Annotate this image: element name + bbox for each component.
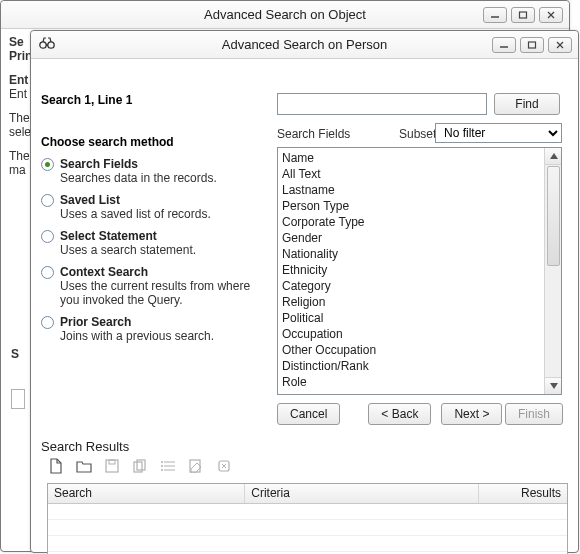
search-input[interactable] <box>277 93 487 115</box>
titlebar-back[interactable]: Advanced Search on Object <box>1 1 569 29</box>
list-item[interactable]: Occupation <box>282 326 543 342</box>
list-item[interactable]: Category <box>282 278 543 294</box>
maximize-button-back[interactable] <box>511 7 535 23</box>
method-desc: Joins with a previous search. <box>60 329 214 343</box>
delete-icon <box>215 457 233 475</box>
search-fields-listbox[interactable]: NameAll TextLastnamePerson TypeCorporate… <box>277 147 562 395</box>
svg-point-22 <box>161 469 163 471</box>
list-item[interactable]: Role <box>282 374 543 390</box>
binoculars-icon <box>39 36 55 53</box>
method-search-fields[interactable]: Search FieldsSearches data in the record… <box>41 157 266 185</box>
maximize-button[interactable] <box>520 37 544 53</box>
grid-row[interactable] <box>48 520 567 536</box>
method-label: Select Statement <box>60 229 196 243</box>
method-label: Prior Search <box>60 315 214 329</box>
list-item[interactable]: Gender <box>282 230 543 246</box>
grid-header: Search Criteria Results <box>48 484 567 504</box>
method-desc: Uses a saved list of records. <box>60 207 211 221</box>
col-criteria[interactable]: Criteria <box>245 484 479 503</box>
svg-rect-8 <box>529 42 536 48</box>
subset-label: Subset <box>399 127 436 141</box>
method-select-statement[interactable]: Select StatementUses a search statement. <box>41 229 266 257</box>
list-item[interactable]: Other Occupation <box>282 342 543 358</box>
list-item[interactable]: Nationality <box>282 246 543 262</box>
minimize-button[interactable] <box>492 37 516 53</box>
list-item[interactable]: Ethnicity <box>282 262 543 278</box>
method-desc: Searches data in the records. <box>60 171 217 185</box>
method-context-search[interactable]: Context SearchUses the current results f… <box>41 265 266 307</box>
list-item[interactable]: All Text <box>282 166 543 182</box>
next-button[interactable]: Next > <box>441 403 502 425</box>
edit-icon <box>187 457 205 475</box>
svg-point-21 <box>161 465 163 467</box>
scrollbar[interactable] <box>544 148 561 394</box>
back-left-s: S <box>11 347 19 361</box>
radio-icon[interactable] <box>41 194 54 207</box>
svg-rect-13 <box>106 460 118 472</box>
close-button-back[interactable] <box>539 7 563 23</box>
titlebar-front[interactable]: Advanced Search on Person <box>31 31 578 59</box>
list-item[interactable]: Political <box>282 310 543 326</box>
finish-button[interactable]: Finish <box>505 403 563 425</box>
list-item[interactable]: Person Type <box>282 198 543 214</box>
copy-icon <box>131 457 149 475</box>
search-heading: Search 1, Line 1 <box>41 93 132 107</box>
grid-row[interactable] <box>48 536 567 552</box>
methods-title: Choose search method <box>41 135 266 149</box>
close-button[interactable] <box>548 37 572 53</box>
search-method-group: Choose search method Search FieldsSearch… <box>41 135 266 351</box>
cancel-button[interactable]: Cancel <box>277 403 340 425</box>
open-folder-icon[interactable] <box>75 457 93 475</box>
list-item[interactable]: Name <box>282 150 543 166</box>
results-grid[interactable]: Search Criteria Results <box>47 483 568 554</box>
radio-icon[interactable] <box>41 316 54 329</box>
subset-select[interactable]: No filter <box>435 123 562 143</box>
scroll-down-icon[interactable] <box>545 377 562 394</box>
new-file-icon[interactable] <box>47 457 65 475</box>
minimize-button-back[interactable] <box>483 7 507 23</box>
list-item[interactable]: Distinction/Rank <box>282 358 543 374</box>
method-saved-list[interactable]: Saved ListUses a saved list of records. <box>41 193 266 221</box>
method-desc: Uses a search statement. <box>60 243 196 257</box>
method-prior-search[interactable]: Prior SearchJoins with a previous search… <box>41 315 266 343</box>
results-toolbar <box>47 457 233 475</box>
radio-icon[interactable] <box>41 266 54 279</box>
scroll-thumb[interactable] <box>547 166 560 266</box>
window-advanced-search-person: Advanced Search on Person Search 1, Line… <box>30 30 579 553</box>
search-results-title: Search Results <box>41 439 129 454</box>
svg-point-4 <box>40 42 46 48</box>
find-button[interactable]: Find <box>494 93 560 115</box>
list-item[interactable]: Lastname <box>282 182 543 198</box>
radio-icon[interactable] <box>41 230 54 243</box>
svg-rect-14 <box>109 460 115 464</box>
svg-marker-12 <box>550 383 558 389</box>
search-fields-label: Search Fields <box>277 127 350 141</box>
svg-point-20 <box>161 461 163 463</box>
method-label: Context Search <box>60 265 266 279</box>
scroll-up-icon[interactable] <box>545 148 562 165</box>
grid-row[interactable] <box>48 504 567 520</box>
method-label: Saved List <box>60 193 211 207</box>
method-desc: Uses the current results from where you … <box>60 279 266 307</box>
list-item[interactable]: Religion <box>282 294 543 310</box>
col-search[interactable]: Search <box>48 484 245 503</box>
method-label: Search Fields <box>60 157 217 171</box>
back-left-input[interactable] <box>11 389 25 409</box>
list-item[interactable]: Corporate Type <box>282 214 543 230</box>
list-icon <box>159 457 177 475</box>
svg-marker-11 <box>550 153 558 159</box>
back-button[interactable]: < Back <box>368 403 431 425</box>
svg-rect-1 <box>520 12 527 18</box>
radio-icon[interactable] <box>41 158 54 171</box>
col-results[interactable]: Results <box>479 484 567 503</box>
svg-point-5 <box>48 42 54 48</box>
save-icon <box>103 457 121 475</box>
